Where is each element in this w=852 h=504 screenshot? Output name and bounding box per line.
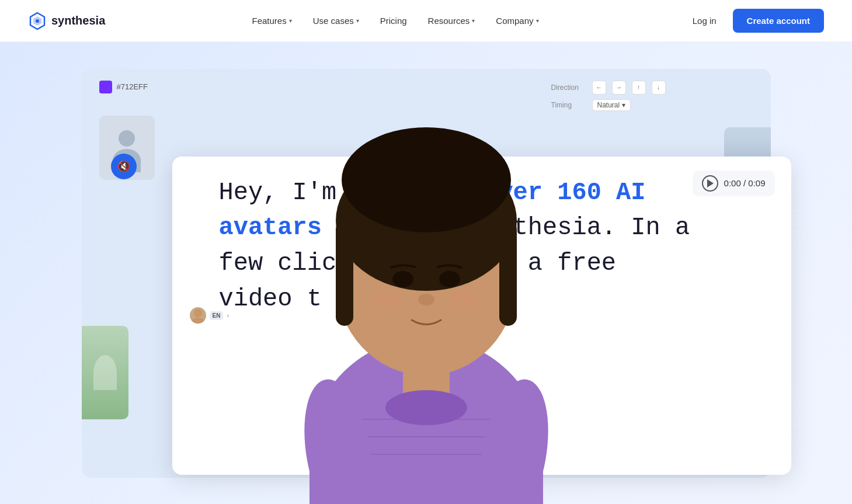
speaker-avatar [190, 307, 206, 324]
text-highlight-avatars: avatars [219, 214, 322, 242]
direction-label: Direction [551, 84, 586, 92]
controls-area: Direction ← → ↑ ↓ Timing Natural ▾ [551, 81, 666, 111]
text-part-1: Hey, I'm [219, 179, 352, 207]
text-editor-panel: 0:00 / 0:09 EN › Hey, I'm [172, 157, 791, 475]
features-chevron-icon: ▾ [289, 18, 292, 24]
direction-up-button[interactable]: ↑ [632, 81, 646, 95]
nav-actions: Log in Create account [686, 9, 824, 33]
use-cases-chevron-icon: ▾ [356, 18, 359, 24]
hero-text-block: Hey, I'm ████████ over 160 AI avatars av… [219, 175, 780, 318]
login-button[interactable]: Log in [686, 11, 724, 30]
direction-row: Direction ← → ↑ ↓ [551, 81, 666, 95]
color-swatch-area: #712EFF [99, 81, 148, 93]
nav-company[interactable]: Company ▾ [488, 11, 547, 30]
timing-value: Natural [597, 101, 620, 109]
text-part-2b: n Synthesia. In a [440, 214, 690, 242]
timing-row: Timing Natural ▾ [551, 99, 666, 111]
speaker-avatar-icon [190, 307, 206, 324]
resources-chevron-icon: ▾ [472, 18, 475, 24]
nav-features[interactable]: Features ▾ [244, 11, 300, 30]
nav-links: Features ▾ Use cases ▾ Pricing Resources… [244, 11, 547, 30]
nav-use-cases[interactable]: Use cases ▾ [305, 11, 367, 30]
logo[interactable]: synthesia [28, 12, 105, 30]
nav-pricing[interactable]: Pricing [372, 11, 415, 30]
hero-section: #712EFF Direction ← → ↑ ↓ Timing Natural… [0, 42, 852, 504]
direction-left-button[interactable]: ← [592, 81, 606, 95]
text-highlight-160-ai: over 160 AI [484, 179, 645, 207]
mute-icon: 🔇 [117, 160, 130, 173]
direction-down-button[interactable]: ↓ [652, 81, 666, 95]
left-side-avatar [82, 326, 128, 419]
svg-point-3 [194, 309, 202, 317]
svg-point-2 [36, 19, 39, 23]
color-hex-label: #712EFF [117, 82, 148, 91]
navbar: synthesia Features ▾ Use cases ▾ Pricing… [0, 0, 852, 42]
text-part-4: video t [219, 285, 322, 313]
timing-select[interactable]: Natural ▾ [592, 99, 631, 111]
timing-label: Timing [551, 101, 586, 109]
svg-point-4 [191, 318, 205, 324]
color-swatch [99, 81, 112, 93]
text-cursor [454, 287, 456, 311]
text-part-4b: ne. [410, 285, 454, 313]
mute-button[interactable]: 🔇 [111, 154, 137, 179]
mockup-container: #712EFF Direction ← → ↑ ↓ Timing Natural… [82, 69, 771, 478]
text-part-3: few clicks [219, 249, 366, 277]
create-account-button[interactable]: Create account [733, 9, 824, 33]
logo-icon [28, 12, 47, 30]
text-part-3b: create a free [425, 249, 616, 277]
timing-chevron-icon: ▾ [622, 101, 625, 109]
text-panel-inner: 0:00 / 0:09 EN › Hey, I'm [172, 157, 791, 475]
nav-resources[interactable]: Resources ▾ [420, 11, 484, 30]
direction-right-button[interactable]: → [612, 81, 626, 95]
logo-text: synthesia [51, 14, 105, 27]
text-highlight-av: av [336, 214, 366, 242]
company-chevron-icon: ▾ [536, 18, 539, 24]
